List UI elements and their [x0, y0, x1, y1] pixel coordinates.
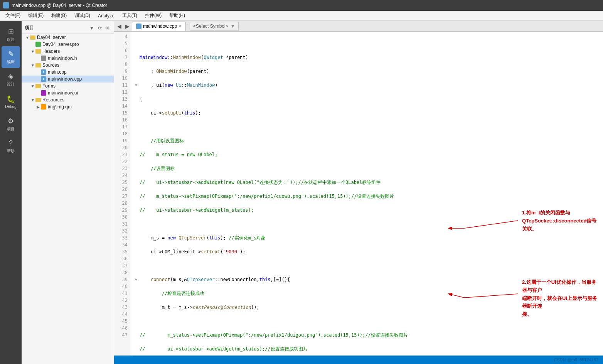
tree-arrow: ▼ [30, 63, 35, 67]
tree-arrow: ▼ [30, 98, 35, 102]
tree-item-pro[interactable]: Day04_server.pro [22, 41, 114, 48]
sidebar-design[interactable]: ◈ 设计 [2, 69, 20, 90]
code-line: ▼ connect(m_s,&QTcpServer::newConnection… [133, 276, 438, 283]
sidebar-icons: ⊞ 欢迎 ✎ 编辑 ◈ 设计 🐛 Debug ⚙ 项目 ? 帮助 [0, 21, 22, 364]
folder-icon [35, 49, 41, 54]
code-line: //设置图标 [133, 165, 438, 172]
sidebar-project[interactable]: ⚙ 项目 [2, 113, 20, 135]
titlebar: mainwindow.cpp @ Day04_server - Qt Creat… [0, 0, 603, 11]
tree-item-mainwindowh[interactable]: mainwindow.h [22, 55, 114, 62]
tab-bar: ◀ ▶ mainwindow.cpp ✕ <Select Symbol> ▼ [114, 21, 603, 32]
menubar: 文件(F) 编辑(E) 构建(B) 调试(D) Analyze 工具(T) 控件… [0, 11, 603, 21]
fold-arrow[interactable]: ▼ [133, 82, 139, 89]
folder-icon [35, 98, 41, 102]
sidebar-welcome[interactable]: ⊞ 欢迎 [2, 24, 20, 46]
code-scroll-container[interactable]: 456789 101112131415 161718192021 2223242… [114, 32, 603, 356]
tree-label: Forms [42, 83, 56, 89]
tab-cpp-icon [136, 24, 141, 29]
tree-sync-btn[interactable]: ⟳ [97, 25, 103, 31]
tree-item-mainwindowui[interactable]: mainwindow.ui [22, 89, 114, 96]
fold-arrow[interactable]: ▼ [133, 276, 139, 283]
code-line [133, 318, 438, 325]
tree-item-resources[interactable]: ▼ Resources [22, 96, 114, 103]
sidebar-debug[interactable]: 🐛 Debug [2, 91, 20, 113]
code-line: // ui->statusbar->addWidget(m_status); [133, 207, 438, 214]
tree-item-mainwindowcpp[interactable]: c mainwindow.cpp [22, 76, 114, 83]
tree-item-sources[interactable]: ▼ Sources [22, 62, 114, 69]
tree-label: main.cpp [48, 69, 67, 75]
annotations-overlay: 1.将m_t的关闭函数与 QTcpSocket::disconnected信号关… [441, 32, 603, 356]
code-line: ui->setupUi(this); [133, 110, 438, 116]
code-line: ui->COM_lineEdit->setText("9090"); [133, 248, 438, 255]
project-tree: 项目 ▼ ⟳ ✕ ▼ Day04_server Day04_server.pro… [22, 21, 114, 364]
menu-debug[interactable]: 调试(D) [71, 12, 94, 20]
code-line: //检查是否连接成功 [133, 290, 438, 297]
editor-area: ◀ ▶ mainwindow.cpp ✕ <Select Symbol> ▼ 4… [114, 21, 603, 364]
tree-item-forms[interactable]: ▼ Forms [22, 83, 114, 89]
line-numbers: 456789 101112131415 161718192021 2223242… [114, 32, 130, 356]
qrc-icon [41, 104, 46, 110]
tree-toolbar: ▼ ⟳ ✕ [88, 25, 111, 31]
cpp-icon: c [41, 69, 46, 75]
debug-label: Debug [5, 104, 16, 109]
project-icon: ⚙ [8, 117, 14, 125]
tree-label: mainwindow.h [48, 56, 77, 61]
select-symbol-dropdown[interactable]: <Select Symbol> ▼ [190, 22, 239, 30]
annotation-2: 2.这属于一个UI优化操作，当服务器与客户 端断开时，就会在UI上显示与服务器断… [522, 278, 599, 318]
app-icon [3, 2, 9, 8]
code-line: // m_status = new QLabel; [133, 151, 438, 158]
tree-arrow: ▼ [30, 84, 35, 88]
code-line: ▼ , ui(new Ui::MainWindow) [133, 82, 438, 89]
welcome-icon: ⊞ [8, 27, 14, 36]
tab-mainwindowcpp[interactable]: mainwindow.cpp ✕ [132, 22, 186, 31]
ann1-body: QTcpSocket::disconnected信号关联。 [522, 217, 599, 233]
tab-label: mainwindow.cpp [143, 24, 177, 29]
nav-forward-btn[interactable]: ▶ [124, 22, 131, 30]
pro-icon [35, 42, 41, 47]
code-line: // ui->statusbar->addWidget(new QLabel("… [133, 179, 438, 186]
tree-item-headers[interactable]: ▼ Headers [22, 48, 114, 55]
sidebar-edit[interactable]: ✎ 编辑 [2, 46, 20, 68]
ann2-title: 2.这属于一个UI优化操作，当服务器与客户 [522, 278, 599, 295]
tree-item-imgqrc[interactable]: ▶ img\img.qrc [22, 103, 114, 110]
edit-label: 编辑 [7, 59, 15, 65]
code-line: // m_status->setPixmap(QPixmap(":/new/pr… [133, 332, 438, 339]
help-label: 帮助 [7, 148, 15, 154]
menu-file[interactable]: 文件(F) [2, 12, 24, 20]
menu-help[interactable]: 帮助(H) [165, 12, 189, 20]
project-label: 项目 [7, 126, 15, 132]
help-icon: ? [9, 139, 13, 147]
tree-item-maincpp[interactable]: c main.cpp [22, 69, 114, 76]
tree-item-day04server[interactable]: ▼ Day04_server [22, 34, 114, 41]
ann2-body2: 接。 [522, 310, 599, 318]
menu-controls[interactable]: 控件(W) [141, 12, 165, 20]
tree-label: mainwindow.ui [48, 90, 78, 96]
tree-arrow: ▼ [25, 35, 30, 40]
debug-icon: 🐛 [7, 95, 15, 103]
tree-label: Day04_server [37, 35, 66, 40]
menu-analyze[interactable]: Analyze [94, 12, 118, 19]
tab-close-btn[interactable]: ✕ [179, 24, 182, 28]
annotation-1: 1.将m_t的关闭函数与 QTcpSocket::disconnected信号关… [522, 209, 599, 233]
tree-label: Resources [42, 97, 64, 103]
code-line: { [133, 96, 438, 103]
select-symbol-label: <Select Symbol> [193, 24, 228, 29]
tree-filter-btn[interactable]: ▼ [88, 25, 95, 31]
main-layout: ⊞ 欢迎 ✎ 编辑 ◈ 设计 🐛 Debug ⚙ 项目 ? 帮助 项目 ▼ [0, 21, 603, 364]
sidebar-help[interactable]: ? 帮助 [2, 136, 20, 157]
tree-close-btn[interactable]: ✕ [104, 25, 111, 31]
tree-arrow: ▼ [30, 49, 35, 54]
code-line: m_t = m_s->nextPendingConnection(); [133, 304, 438, 311]
code-line: : QMainWindow(parent) [133, 68, 438, 75]
code-editor-content[interactable]: MainWindow::MainWindow(QWidget *parent) … [130, 32, 441, 356]
folder-icon [35, 84, 41, 88]
cpp-icon: c [41, 76, 46, 82]
watermark-text: CSDN @m0_55174167 [554, 357, 598, 362]
menu-build[interactable]: 构建(B) [47, 12, 71, 20]
menu-edit[interactable]: 编辑(E) [24, 12, 47, 20]
design-label: 设计 [7, 82, 15, 87]
code-line: //用以设置图标 [133, 137, 438, 144]
menu-tools[interactable]: 工具(T) [118, 12, 141, 20]
code-line: MainWindow::MainWindow(QWidget *parent) [133, 54, 438, 61]
nav-back-btn[interactable]: ◀ [116, 22, 123, 30]
